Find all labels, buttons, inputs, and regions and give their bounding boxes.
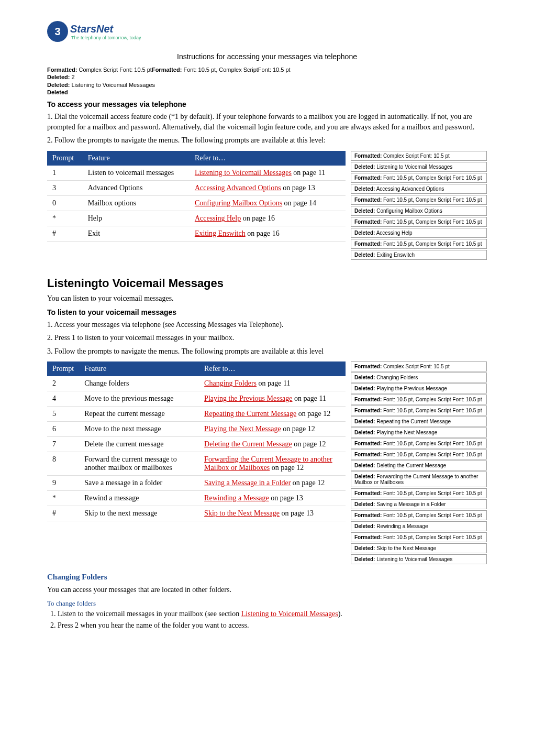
logo-text: StarsNet	[70, 23, 113, 35]
document-title: Instructions for accessing your messages…	[47, 52, 487, 61]
track-change-comment: Formatted: Font: 10.5 pt, Complex Script…	[351, 239, 487, 249]
table-header: Prompt	[47, 151, 83, 166]
doc-link[interactable]: Deleting the Current Message	[204, 440, 292, 448]
list-item: 1. Listen to the voicemail messages in y…	[50, 610, 346, 618]
doc-link[interactable]: Listening to Voicemail Messages	[241, 610, 338, 618]
track-change-comment: Deleted: Skip to the Next Message	[351, 543, 487, 553]
meta-inline: Formatted: Complex Script Font: 10.5 ptF…	[47, 66, 487, 73]
track-change-comment: Deleted: Saving a Message in a Folder	[351, 499, 487, 509]
access-step-1: 1. Dial the voicemail access feature cod…	[47, 112, 487, 132]
listen-heading: To listen to your voicemail messages	[47, 308, 487, 316]
track-change-comment: Formatted: Font: 10.5 pt, Complex Script…	[351, 510, 487, 520]
track-change-comment: Deleted: Accessing Advanced Options	[351, 184, 487, 194]
changing-folders-heading: Changing Folders	[47, 573, 346, 582]
table-row: 7Delete the current messageDeleting the …	[47, 437, 346, 452]
doc-link[interactable]: Accessing Help	[195, 214, 241, 222]
meta-line: Deleted: 2	[47, 73, 487, 81]
table-header: Prompt	[47, 361, 79, 376]
track-change-comment: Formatted: Font: 10.5 pt, Complex Script…	[351, 488, 487, 498]
doc-link[interactable]: Saving a Message in a Folder	[204, 479, 291, 487]
logo-tagline: The telephony of tomorrow, today	[71, 35, 141, 40]
doc-link[interactable]: Playing the Next Message	[204, 425, 281, 433]
table-row: 1Listen to voicemail messagesListening t…	[47, 166, 346, 181]
track-change-comment: Formatted: Complex Script Font: 10.5 pt	[351, 151, 487, 161]
track-change-comment: Deleted: Exiting Enswitch	[351, 250, 487, 260]
track-changes-comments-2: Formatted: Complex Script Font: 10.5 ptD…	[351, 361, 487, 565]
table-row: *HelpAccessing Help on page 16	[47, 211, 346, 226]
doc-link[interactable]: Changing Folders	[204, 379, 257, 387]
doc-link[interactable]: Playing the Previous Message	[204, 395, 292, 402]
track-change-comment: Formatted: Font: 10.5 pt, Complex Script…	[351, 439, 487, 448]
doc-link[interactable]: Accessing Advanced Options	[195, 184, 281, 192]
changing-folders-text: You can access your messages that are lo…	[47, 585, 346, 595]
track-change-comment: Formatted: Font: 10.5 pt, Complex Script…	[351, 395, 487, 404]
track-change-comment: Deleted: Listening to Voicemail Messages	[351, 162, 487, 172]
doc-link[interactable]: Repeating the Current Message	[204, 410, 296, 418]
table-header: Refer to…	[199, 361, 346, 376]
prompts-table-2: PromptFeatureRefer to… 2Change foldersCh…	[47, 361, 346, 521]
logo: 3 StarsNet The telephony of tomorrow, to…	[47, 21, 487, 42]
doc-link[interactable]: Exiting Enswitch	[195, 229, 246, 237]
table-row: 8Forward the current message to another …	[47, 452, 346, 476]
doc-link[interactable]: Skip to the Next Message	[204, 509, 280, 517]
track-change-comment: Formatted: Font: 10.5 pt, Complex Script…	[351, 406, 487, 415]
track-change-comment: Deleted: Accessing Help	[351, 228, 487, 238]
table-row: 6Move to the next messagePlaying the Nex…	[47, 422, 346, 437]
table-row: *Rewind a messageRewinding a Message on …	[47, 491, 346, 506]
track-change-comment: Deleted: Playing the Next Message	[351, 428, 487, 437]
doc-link[interactable]: Listening to Voicemail Messages	[195, 169, 292, 177]
table-header: Feature	[83, 151, 190, 166]
meta-line: Deleted: Listening to Voicemail Messages	[47, 81, 487, 89]
table-row: #Skip to the next messageSkip to the Nex…	[47, 506, 346, 521]
listen-step-2: 2. Press 1 to listen to your voicemail m…	[47, 333, 487, 343]
track-change-comment: Formatted: Font: 10.5 pt, Complex Script…	[351, 173, 487, 183]
track-change-comment: Deleted: Repeating the Current Message	[351, 417, 487, 426]
meta-line: Deleted	[47, 89, 487, 96]
access-heading: To access your messages via telephone	[47, 100, 487, 108]
track-change-comment: Deleted: Forwarding the Current Message …	[351, 472, 487, 487]
table-row: 4Move to the previous messagePlaying the…	[47, 391, 346, 407]
track-change-comment: Deleted: Changing Folders	[351, 372, 487, 382]
table-row: 2Change foldersChanging Folders on page …	[47, 376, 346, 391]
table-row: 5Repeat the current messageRepeating the…	[47, 407, 346, 422]
listen-step-3: 3. Follow the prompts to navigate the me…	[47, 346, 487, 357]
table-row: #ExitExiting Enswitch on page 16	[47, 226, 346, 241]
track-change-comment: Formatted: Complex Script Font: 10.5 pt	[351, 361, 487, 371]
table-row: 3Advanced OptionsAccessing Advanced Opti…	[47, 180, 346, 195]
listening-heading: Listeningto Voicemail Messages	[47, 277, 487, 290]
table-header: Feature	[79, 361, 199, 376]
listen-step-1: 1. Access your messages via telephone (s…	[47, 320, 487, 330]
listen-intro: You can listen to your voicemail message…	[47, 293, 487, 304]
track-change-comment: Deleted: Listening to Voicemail Messages	[351, 554, 487, 564]
track-change-comment: Deleted: Configuring Mailbox Options	[351, 206, 487, 216]
track-change-comment: Formatted: Font: 10.5 pt, Complex Script…	[351, 532, 487, 542]
table-row: 0Mailbox optionsConfiguring Mailbox Opti…	[47, 195, 346, 211]
track-change-comment: Formatted: Font: 10.5 pt, Complex Script…	[351, 450, 487, 459]
track-change-comment: Formatted: Font: 10.5 pt, Complex Script…	[351, 195, 487, 205]
access-step-2: 2. Follow the prompts to navigate the me…	[47, 135, 487, 146]
table-row: 9Save a message in a folderSaving a Mess…	[47, 476, 346, 491]
change-folders-steps: 1. Listen to the voicemail messages in y…	[47, 610, 346, 630]
track-change-comment: Deleted: Rewinding a Message	[351, 521, 487, 531]
track-change-comment: Deleted: Deleting the Current Message	[351, 461, 487, 470]
track-changes-comments-1: Formatted: Complex Script Font: 10.5 ptD…	[351, 151, 487, 261]
list-item: 2. Press 2 when you hear the name of the…	[50, 621, 346, 630]
logo-icon: 3	[47, 21, 68, 42]
to-change-folders: To change folders	[47, 599, 346, 608]
doc-link[interactable]: Configuring Mailbox Options	[195, 199, 282, 207]
doc-link[interactable]: Rewinding a Message	[204, 494, 269, 502]
track-change-comment: Formatted: Font: 10.5 pt, Complex Script…	[351, 217, 487, 227]
table-header: Refer to…	[190, 151, 346, 166]
track-change-comment: Deleted: Playing the Previous Message	[351, 384, 487, 393]
prompts-table-1: PromptFeatureRefer to… 1Listen to voicem…	[47, 151, 346, 242]
doc-link[interactable]: Forwarding the Current Message to anothe…	[204, 455, 332, 472]
